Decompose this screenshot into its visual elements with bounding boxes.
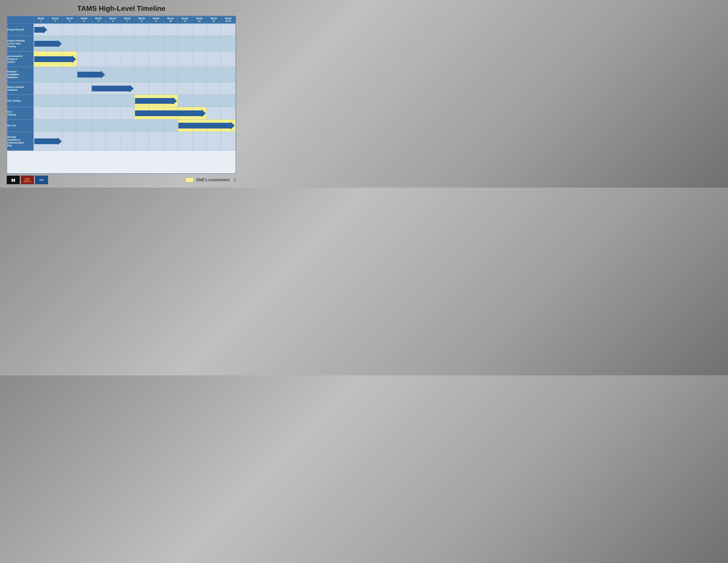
cell-r3-c9: [163, 67, 178, 82]
cell-r8-c3: [77, 132, 91, 151]
cell-r4-c3: [77, 82, 91, 95]
cell-r1-c13: [221, 36, 236, 51]
cell-r7-c2: [62, 119, 77, 132]
arrow-body-r2: [34, 56, 72, 62]
cell-r0-c9: [163, 24, 178, 36]
cell-r1-c4: [91, 36, 106, 51]
row-label-2: Assessment &Design ofSystem: [7, 51, 34, 67]
arrow-r7: [178, 122, 235, 129]
cell-r8-c4: [91, 132, 106, 151]
cell-r3-c3: [77, 67, 91, 82]
cell-r0-c6: [120, 24, 135, 36]
cell-r3-c11: [192, 67, 206, 82]
row-label-1: Project Planning& Core TeamTraining: [7, 36, 34, 51]
arrow-r8: [34, 137, 62, 145]
cell-r8-c10: [178, 132, 192, 151]
cell-r1-c0: [34, 36, 48, 51]
cell-r4-c1: [48, 82, 62, 95]
footer: ▮▮ OregonDept ofAgriculture DEQ SME's in…: [7, 175, 236, 184]
arrow-r6: [135, 109, 206, 117]
cell-r6-c6: [120, 107, 135, 119]
cell-r4-c13: [221, 82, 236, 95]
arrow-body-r8: [34, 138, 58, 144]
cell-r4-c7: [135, 82, 149, 95]
header-month-13: Month13: [207, 16, 221, 24]
arrow-head-r2: [72, 55, 76, 63]
cell-r5-c12: [207, 95, 221, 107]
cell-r6-c0: [34, 107, 48, 119]
arrow-head-r7: [231, 122, 235, 129]
row-label-4: Data & Interfacevalidation: [7, 82, 34, 95]
cell-r2-c3: [77, 51, 91, 67]
arrow-head-r8: [58, 137, 62, 145]
header-month-9: Month9: [149, 16, 163, 24]
cell-r0-c5: [106, 24, 120, 36]
gantt-row-3: SoftwareInstallation,Validation: [7, 67, 236, 82]
row-label-6: UserTraining: [7, 107, 34, 119]
cell-r1-c3: [77, 36, 91, 51]
cell-r8-c12: [207, 132, 221, 151]
arrow-body-r5: [135, 98, 173, 104]
cell-r2-c13: [221, 51, 236, 67]
cell-r6-c4: [91, 107, 106, 119]
logo-jc: ▮▮: [7, 175, 20, 184]
header-month-12: Month12: [192, 16, 206, 24]
cell-r3-c7: [135, 67, 149, 82]
cell-r3-c13: [221, 67, 236, 82]
cell-r5-c13: [221, 95, 236, 107]
cell-r8-c0: [34, 132, 48, 151]
cell-r8-c5: [106, 132, 120, 151]
logos-area: ▮▮ OregonDept ofAgriculture DEQ: [7, 175, 48, 184]
cell-r3-c12: [207, 67, 221, 82]
legend-text: SME's involvement: [196, 178, 230, 182]
row-label-0: Project Kick-off: [7, 24, 34, 36]
cell-r3-c8: [149, 67, 163, 82]
cell-r0-c11: [192, 24, 206, 36]
cell-r5-c0: [34, 95, 48, 107]
arrow-r4: [92, 85, 134, 92]
cell-r1-c12: [207, 36, 221, 51]
arrow-body-r7: [178, 123, 231, 128]
cell-r5-c3: [77, 95, 91, 107]
cell-r7-c6: [120, 119, 135, 132]
cell-r1-c2: [62, 36, 77, 51]
cell-r2-c4: [91, 51, 106, 67]
cell-r6-c7: [135, 107, 149, 119]
cell-r0-c13: [221, 24, 236, 36]
cell-r3-c5: [106, 67, 120, 82]
cell-r1-c5: [106, 36, 120, 51]
cell-r0-c10: [178, 24, 192, 36]
cell-r5-c4: [91, 95, 106, 107]
cell-r3-c10: [178, 67, 192, 82]
cell-r1-c9: [163, 36, 178, 51]
cell-r0-c4: [91, 24, 106, 36]
header-month-5: Month5: [91, 16, 106, 24]
gantt-row-1: Project Planning& Core TeamTraining: [7, 36, 236, 51]
cell-r1-c7: [135, 36, 149, 51]
header-month-8: Month8: [135, 16, 149, 24]
cell-r7-c8: [149, 119, 163, 132]
cell-r7-c1: [48, 119, 62, 132]
cell-r6-c2: [62, 107, 77, 119]
arrow-r5: [135, 97, 177, 105]
cell-r6-c3: [77, 107, 91, 119]
cell-r7-c3: [77, 119, 91, 132]
row-label-8: DevelopTransition &CommunicationPlan: [7, 132, 34, 151]
cell-r0-c8: [149, 24, 163, 36]
gantt-row-0: Project Kick-off: [7, 24, 236, 36]
cell-r5-c11: [192, 95, 206, 107]
arrow-body-r6: [135, 110, 202, 116]
cell-r8-c13: [221, 132, 236, 151]
cell-r0-c1: [48, 24, 62, 36]
cell-r4-c0: [34, 82, 48, 95]
cell-r7-c9: [163, 119, 178, 132]
arrow-body-r1: [34, 41, 58, 47]
cell-r5-c10: [178, 95, 192, 107]
cell-r5-c7: [135, 95, 149, 107]
logo-oregon: OregonDept ofAgriculture: [21, 175, 34, 184]
cell-r3-c6: [120, 67, 135, 82]
arrow-body-r0: [34, 27, 43, 33]
cell-r2-c0: [34, 51, 48, 67]
arrow-head-r1: [58, 40, 62, 47]
cell-r6-c12: [207, 107, 221, 119]
